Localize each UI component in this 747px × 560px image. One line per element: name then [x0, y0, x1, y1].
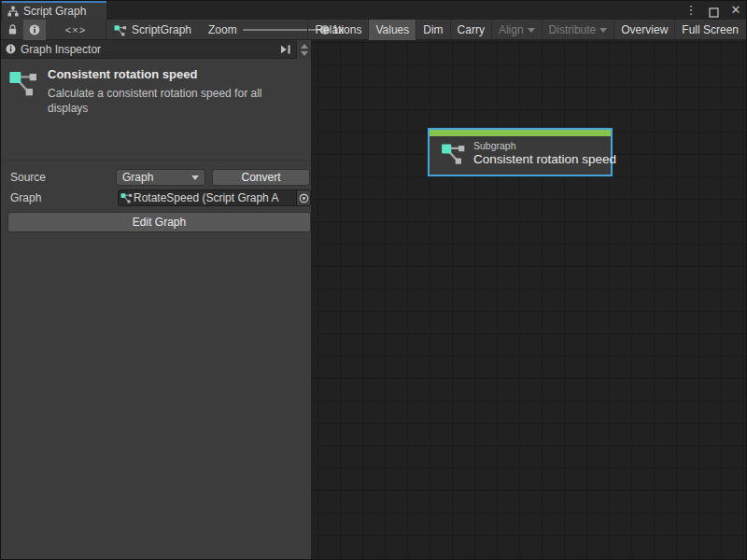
toolbar-toggles: Relations Values Dim Carry Align Distrib… — [307, 20, 745, 40]
chevron-down-icon — [599, 28, 607, 33]
graph-inspector-panel: Graph Inspector — [1, 40, 312, 560]
graph-teal-icon — [114, 24, 127, 36]
breadcrumb-label: ScriptGraph — [132, 23, 191, 36]
dock-panel-icon[interactable] — [275, 41, 296, 58]
breadcrumb[interactable]: ScriptGraph — [106, 20, 204, 40]
carry-button[interactable]: Carry — [450, 20, 491, 40]
node-header-bar — [430, 130, 611, 136]
zoom-label: Zoom — [208, 23, 237, 36]
code-preview-icon[interactable]: <×> — [46, 20, 106, 40]
align-dropdown[interactable]: Align — [491, 20, 542, 40]
panel-scroll-spinner[interactable] — [296, 40, 311, 59]
scroll-up-icon[interactable] — [301, 44, 308, 49]
close-icon[interactable]: ✕ — [729, 1, 742, 20]
maximize-icon[interactable] — [707, 4, 720, 18]
values-button[interactable]: Values — [368, 20, 416, 40]
graph-canvas[interactable]: Subgraph Consistent rotation speed — [312, 40, 747, 560]
graph-object-value: RotateSpeed (Script Graph A — [134, 191, 296, 204]
script-graph-icon — [7, 6, 19, 17]
object-picker-icon[interactable] — [296, 190, 310, 205]
graph-object-field[interactable]: RotateSpeed (Script Graph A — [118, 189, 311, 206]
graph-inspector-title: Graph Inspector — [21, 43, 101, 56]
inspector-fields: Source Graph Convert Graph — [1, 160, 311, 210]
graph-summary: Consistent rotation speed Calculate a co… — [1, 60, 311, 125]
graph-description: Calculate a consistent rotation speed fo… — [48, 86, 292, 116]
subgraph-icon — [441, 142, 466, 165]
scroll-down-icon[interactable] — [301, 51, 308, 56]
source-dropdown[interactable]: Graph — [116, 169, 205, 186]
graph-toolbar: <×> ScriptGraph Zoom 1x — [1, 20, 746, 40]
dim-button[interactable]: Dim — [416, 20, 449, 40]
distribute-dropdown[interactable]: Distribute — [542, 20, 614, 40]
window-controls: ⋮ ✕ — [684, 1, 742, 20]
inspector-toggle-info-icon[interactable] — [23, 20, 46, 40]
tab-label: Script Graph — [23, 5, 86, 18]
graph-teal-icon — [119, 192, 134, 203]
chevron-down-icon — [191, 175, 199, 180]
relations-button[interactable]: Relations — [307, 20, 368, 40]
subgraph-icon — [8, 69, 38, 116]
window-menu-icon[interactable]: ⋮ — [684, 1, 698, 20]
chevron-down-icon — [528, 28, 535, 33]
tab-bar: Script Graph ⋮ ✕ — [1, 1, 746, 20]
script-graph-window: Script Graph ⋮ ✕ — [0, 0, 747, 560]
subgraph-node[interactable]: Subgraph Consistent rotation speed — [428, 128, 613, 176]
lock-icon[interactable] — [1, 20, 23, 40]
graph-inspector-header: Graph Inspector — [1, 40, 311, 59]
source-label: Source — [10, 171, 46, 184]
convert-button[interactable]: Convert — [212, 169, 310, 186]
overview-button[interactable]: Overview — [613, 20, 674, 40]
edit-graph-button[interactable]: Edit Graph — [7, 212, 311, 232]
node-title: Consistent rotation speed — [473, 152, 616, 166]
graph-field-label: Graph — [10, 191, 41, 204]
node-type-label: Subgraph — [473, 140, 616, 151]
info-icon — [6, 44, 16, 54]
full-screen-button[interactable]: Full Screen — [674, 20, 745, 40]
graph-title: Consistent rotation speed — [48, 67, 292, 81]
tab-script-graph[interactable]: Script Graph — [2, 1, 106, 20]
